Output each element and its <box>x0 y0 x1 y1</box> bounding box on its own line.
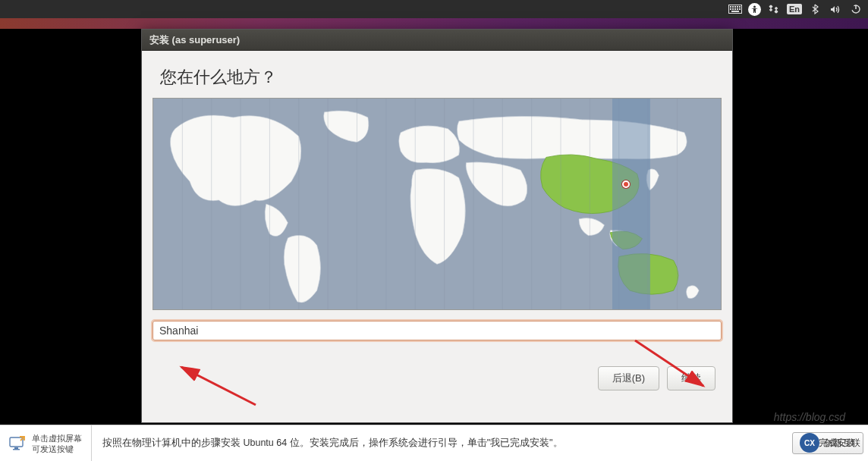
svg-point-12 <box>753 5 756 8</box>
brand-logo: CX 创新互联 <box>795 425 865 461</box>
page-heading: 您在什么地方？ <box>160 66 714 89</box>
bluetooth-icon[interactable] <box>807 2 822 17</box>
nav-buttons: 后退(B) 继续 <box>142 343 732 390</box>
svg-rect-7 <box>732 8 734 10</box>
vm-host-bottom-bar: 单击虚拟屏幕 可发送按键 按照在物理计算机中的步骤安装 Ubuntu 64 位。… <box>0 425 868 461</box>
power-icon[interactable] <box>848 2 863 17</box>
svg-rect-5 <box>739 6 741 8</box>
timezone-input[interactable] <box>153 321 722 340</box>
svg-rect-3 <box>734 6 736 8</box>
hint-block[interactable]: 单击虚拟屏幕 可发送按键 <box>0 425 92 461</box>
input-method-badge[interactable]: En <box>787 4 802 14</box>
accessibility-icon[interactable] <box>748 3 761 16</box>
svg-rect-1 <box>730 6 731 8</box>
desktop-background-strip <box>0 18 868 29</box>
window-titlebar[interactable]: 安装 (as superuser) <box>142 30 732 51</box>
back-button[interactable]: 后退(B) <box>598 366 659 390</box>
continue-button[interactable]: 继续 <box>667 366 715 390</box>
svg-rect-6 <box>730 8 731 10</box>
svg-rect-36 <box>10 437 23 447</box>
window-title: 安装 (as superuser) <box>149 33 240 47</box>
svg-rect-11 <box>731 11 739 12</box>
svg-rect-8 <box>734 8 736 10</box>
instruction-text: 按照在物理计算机中的步骤安装 Ubuntu 64 位。安装完成后，操作系统会进行… <box>92 437 792 450</box>
svg-rect-2 <box>732 6 734 8</box>
selected-timezone-band <box>612 99 650 309</box>
gnome-top-bar: En <box>0 0 868 18</box>
svg-rect-37 <box>14 447 18 449</box>
network-icon[interactable] <box>766 2 782 17</box>
brand-text: 创新互联 <box>824 437 860 450</box>
hint-text: 单击虚拟屏幕 可发送按键 <box>32 433 82 454</box>
svg-rect-10 <box>739 8 741 10</box>
svg-rect-9 <box>737 8 738 10</box>
brand-icon: CX <box>800 433 819 453</box>
keyboard-icon[interactable] <box>728 2 743 17</box>
location-marker <box>622 180 630 188</box>
monitor-icon <box>9 436 26 451</box>
volume-icon[interactable] <box>828 2 843 17</box>
hint-line-1: 单击虚拟屏幕 <box>32 433 82 444</box>
installer-window: 安装 (as superuser) 您在什么地方？ <box>141 29 733 423</box>
svg-rect-38 <box>13 449 20 450</box>
vm-screen: En 安装 (as superuser) 您在什么地方？ <box>0 0 868 425</box>
heading-area: 您在什么地方？ <box>142 51 732 98</box>
timezone-map[interactable] <box>153 98 722 310</box>
svg-rect-4 <box>737 6 738 8</box>
hint-line-2: 可发送按键 <box>32 444 82 454</box>
timezone-input-row <box>142 310 732 343</box>
